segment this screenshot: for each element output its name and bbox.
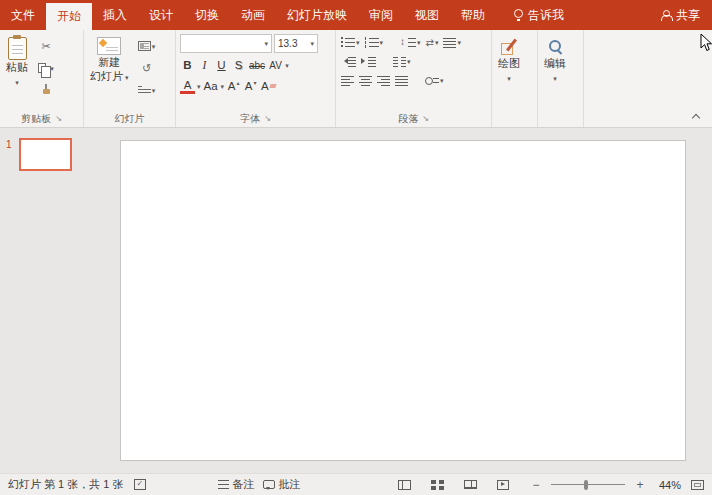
section-dropdown-icon [152,81,156,99]
notes-button[interactable]: 备注 [218,477,255,492]
increase-font-size-button[interactable]: A [226,78,241,94]
zoom-slider-thumb[interactable] [584,480,588,490]
clipboard-dialog-launcher[interactable]: ↘ [55,114,62,123]
reset-slide-button[interactable]: ↺ [135,59,159,77]
fit-to-window-button[interactable] [691,480,704,490]
clipboard-group-label-text: 剪贴板 [21,112,51,126]
text-direction-icon: ⇄ [426,37,434,48]
align-text-button[interactable] [442,34,462,50]
decrease-font-size-button[interactable]: A [243,78,258,94]
smartart-icon [425,75,439,86]
zoom-out-button[interactable]: − [531,478,541,492]
columns-button[interactable] [392,53,412,69]
align-center-button[interactable] [358,72,373,88]
font-name-dropdown-icon [264,38,268,49]
font-name-combo[interactable] [180,34,272,53]
zoom-percentage[interactable]: 44% [653,479,681,491]
drawing-button[interactable]: 绘图 [494,32,524,110]
text-direction-button[interactable]: ⇄ [425,34,440,50]
normal-view-button[interactable] [398,480,411,490]
text-shadow-button[interactable]: S [231,57,246,73]
new-slide-dropdown-icon [125,70,129,84]
zoom-in-button[interactable]: + [635,478,645,492]
decrease-indent-icon [341,56,356,67]
section-button[interactable] [135,81,159,99]
italic-button[interactable]: I [197,57,212,73]
section-icon [138,85,151,95]
smartart-dropdown-icon [440,71,444,89]
bullets-button[interactable] [340,34,361,50]
slide-canvas[interactable] [120,140,686,461]
spell-check-icon[interactable] [134,479,146,490]
numbering-button[interactable] [364,34,385,50]
reading-view-button[interactable] [464,480,477,489]
slides-group-label: 幻灯片 [86,110,173,127]
tab-review[interactable]: 审阅 [358,0,404,30]
clear-formatting-button[interactable]: A [260,78,277,94]
collapse-ribbon-button[interactable] [691,112,702,121]
share-button[interactable]: 共享 [650,0,710,30]
strikethrough-button[interactable]: abc [248,57,266,73]
line-spacing-icon [400,37,416,48]
comments-button[interactable]: 批注 [263,477,301,492]
slide-thumbnail[interactable] [19,138,72,171]
clipboard-group: 粘贴 ✂ 剪贴板 ↘ [0,30,84,127]
align-center-icon [359,75,372,86]
tab-home[interactable]: 开始 [46,3,92,30]
columns-icon [393,56,406,67]
align-right-button[interactable] [376,72,391,88]
editing-label: 编辑 [544,57,566,70]
new-slide-button[interactable]: 新建 幻灯片 [86,32,133,110]
bullets-dropdown-icon [356,33,360,51]
font-dialog-launcher[interactable]: ↘ [264,114,271,123]
tab-animations[interactable]: 动画 [230,0,276,30]
columns-dropdown-icon [407,52,411,70]
tell-me-button[interactable]: 告诉我 [504,0,574,30]
tab-insert[interactable]: 插入 [92,0,138,30]
paragraph-dialog-launcher[interactable]: ↘ [422,114,429,123]
slide-thumbnail-item[interactable]: 1 [6,138,72,171]
font-size-combo[interactable]: 13.3 [274,34,318,53]
editing-button[interactable]: 编辑 [540,32,570,110]
increase-indent-button[interactable] [360,53,377,69]
line-spacing-dropdown-icon [417,33,421,51]
comments-icon [263,480,275,489]
tab-file[interactable]: 文件 [0,0,46,30]
underline-button[interactable]: U [214,57,229,73]
align-left-button[interactable] [340,72,355,88]
copy-button[interactable] [34,59,58,77]
view-switcher [398,480,509,490]
format-painter-button[interactable] [34,81,58,99]
tab-view[interactable]: 视图 [404,0,450,30]
powerpoint-window: 文件 开始 插入 设计 切换 动画 幻灯片放映 审阅 视图 帮助 告诉我 共享 … [0,0,712,495]
paste-label: 粘贴 [6,61,28,74]
clipboard-group-label: 剪贴板 ↘ [2,110,81,127]
zoom-slider[interactable] [551,479,625,491]
tab-transitions[interactable]: 切换 [184,0,230,30]
tab-slideshow[interactable]: 幻灯片放映 [276,0,358,30]
character-spacing-button[interactable]: AV [268,57,283,73]
font-size-value: 13.3 [278,38,310,49]
lightbulb-icon [514,9,523,18]
new-slide-label-line2: 幻灯片 [90,70,123,83]
magnifier-icon [548,39,563,54]
slideshow-button[interactable] [497,480,509,490]
copy-icon [38,63,46,73]
convert-smartart-button[interactable] [424,72,445,88]
paste-button[interactable]: 粘贴 [2,32,32,110]
bullet-list-icon [341,37,355,48]
cut-button[interactable]: ✂ [34,37,58,55]
person-icon [660,10,671,21]
decrease-indent-button[interactable] [340,53,357,69]
tab-design[interactable]: 设计 [138,0,184,30]
bold-button[interactable]: B [180,57,195,73]
change-case-button[interactable]: Aa [203,78,219,94]
line-spacing-button[interactable] [399,34,422,50]
numbered-list-icon [365,37,379,48]
slide-layout-button[interactable] [135,37,159,55]
justify-button[interactable] [394,72,409,88]
slide-sorter-view-button[interactable] [431,480,444,490]
font-group: 13.3 B I U S abc AV A [176,30,336,127]
tab-help[interactable]: 帮助 [450,0,496,30]
font-color-button[interactable]: A [180,79,195,94]
